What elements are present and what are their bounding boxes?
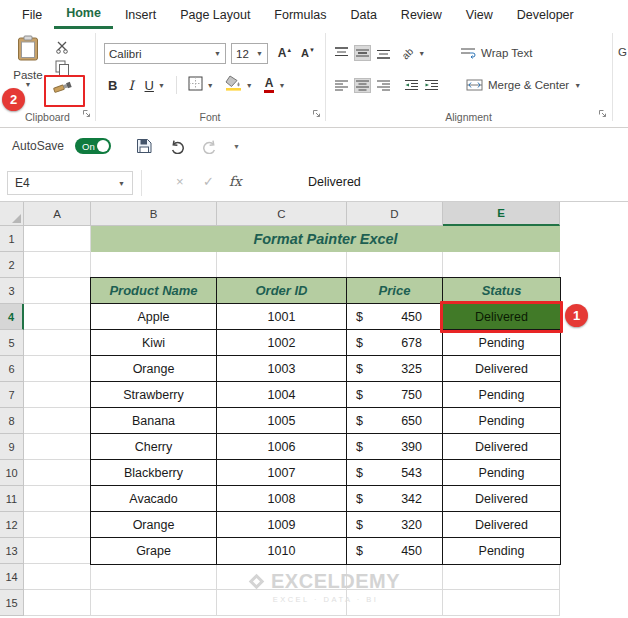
alignment-dialog-launcher-icon[interactable] [598, 104, 607, 122]
number-format-partial[interactable]: G [618, 46, 627, 58]
underline-button[interactable]: U [145, 78, 154, 93]
bold-button[interactable]: B [108, 78, 117, 93]
redo-button[interactable] [201, 139, 218, 154]
paste-button[interactable]: Paste ▼ [8, 35, 48, 88]
cell-order[interactable]: 1010 [217, 538, 347, 564]
cell-product[interactable]: Cherry [91, 434, 217, 460]
row-header[interactable]: 1 [0, 226, 24, 252]
cell-price[interactable]: $750 [347, 382, 443, 408]
font-dialog-launcher-icon[interactable] [312, 104, 321, 122]
tab-home[interactable]: Home [54, 0, 113, 29]
save-button[interactable] [136, 138, 152, 154]
cell-product[interactable]: Strawberry [91, 382, 217, 408]
underline-options-chevron-icon[interactable]: ▼ [158, 82, 165, 89]
orientation-chevron-icon[interactable]: ▼ [418, 50, 425, 57]
align-bottom-button[interactable] [376, 46, 391, 60]
italic-button[interactable]: I [128, 78, 133, 93]
qat-more-chevron-icon[interactable]: ▼ [233, 143, 240, 150]
font-name-combo[interactable]: Calibri ▼ [104, 43, 226, 64]
cell-status[interactable]: Pending [443, 538, 560, 564]
wrap-text-label[interactable]: Wrap Text [481, 47, 532, 59]
fill-color-button[interactable] [225, 75, 242, 95]
fill-color-chevron-icon[interactable]: ▼ [246, 82, 253, 89]
table-header-product-name[interactable]: Product Name [91, 278, 217, 304]
row-header[interactable]: 10 [0, 460, 24, 486]
increase-indent-button[interactable] [424, 79, 439, 91]
merge-center-label[interactable]: Merge & Center [488, 79, 569, 91]
increase-font-size-button[interactable]: A▲ [273, 43, 297, 63]
row-header[interactable]: 13 [0, 538, 24, 564]
align-center-button[interactable] [354, 78, 371, 93]
align-right-button[interactable] [376, 79, 391, 92]
row-header[interactable]: 14 [0, 564, 24, 590]
align-left-button[interactable] [334, 79, 349, 92]
row-header[interactable]: 7 [0, 382, 24, 408]
cell-price[interactable]: $342 [347, 486, 443, 512]
row-header[interactable]: 9 [0, 434, 24, 460]
column-header-b[interactable]: B [91, 202, 217, 226]
cell-order[interactable]: 1005 [217, 408, 347, 434]
cell-status[interactable]: Pending [443, 382, 560, 408]
cell-product[interactable]: Orange [91, 512, 217, 538]
tab-developer[interactable]: Developer [505, 0, 586, 29]
column-header-c[interactable]: C [217, 202, 347, 226]
align-top-button[interactable] [334, 46, 349, 60]
tab-data[interactable]: Data [338, 0, 388, 29]
tab-page-layout[interactable]: Page Layout [168, 0, 262, 29]
table-header-order-id[interactable]: Order ID [217, 278, 347, 304]
cell-price[interactable]: $390 [347, 434, 443, 460]
align-middle-button[interactable] [354, 45, 371, 61]
row-header[interactable]: 6 [0, 356, 24, 382]
column-header-d[interactable]: D [347, 202, 443, 226]
row-header[interactable]: 11 [0, 486, 24, 512]
cell-status[interactable]: Delivered [443, 356, 560, 382]
row-header[interactable]: 3 [0, 278, 24, 304]
cell-order[interactable]: 1007 [217, 460, 347, 486]
cell-status[interactable]: Pending [443, 408, 560, 434]
cancel-button[interactable]: × [176, 174, 184, 189]
tab-formulas[interactable]: Formulas [262, 0, 338, 29]
row-header[interactable]: 5 [0, 330, 24, 356]
font-color-button[interactable]: A [264, 77, 275, 93]
cell-order[interactable]: 1004 [217, 382, 347, 408]
cell-product[interactable]: Blackberry [91, 460, 217, 486]
cell-product[interactable]: Grape [91, 538, 217, 564]
row-header[interactable]: 15 [0, 590, 24, 616]
cell-order[interactable]: 1002 [217, 330, 347, 356]
name-box[interactable]: E4 ▼ [7, 171, 133, 195]
cell-price[interactable]: $650 [347, 408, 443, 434]
tab-review[interactable]: Review [389, 0, 454, 29]
borders-button[interactable] [188, 76, 203, 95]
cell-price[interactable]: $543 [347, 460, 443, 486]
font-color-chevron-icon[interactable]: ▼ [278, 82, 285, 89]
cell-status[interactable]: Pending [443, 330, 560, 356]
cell-order[interactable]: 1009 [217, 512, 347, 538]
formula-bar-value[interactable]: Delivered [308, 175, 361, 189]
table-header-price[interactable]: Price [347, 278, 443, 304]
cell-order[interactable]: 1008 [217, 486, 347, 512]
font-size-combo[interactable]: 12 ▼ [231, 43, 268, 64]
insert-function-button[interactable]: fx [229, 173, 242, 189]
cell-price[interactable]: $320 [347, 512, 443, 538]
tab-insert[interactable]: Insert [113, 0, 168, 29]
tab-file[interactable]: File [10, 0, 54, 29]
autosave-toggle[interactable]: On [75, 138, 111, 154]
cell-status[interactable]: Delivered [443, 434, 560, 460]
cell-product[interactable]: Banana [91, 408, 217, 434]
cell-product[interactable]: Apple [91, 304, 217, 330]
merge-center-chevron-icon[interactable]: ▼ [574, 82, 581, 89]
cell-product[interactable]: Kiwi [91, 330, 217, 356]
cell-price[interactable]: $450 [347, 304, 443, 330]
column-header-a[interactable]: A [24, 202, 91, 226]
decrease-font-size-button[interactable]: A▼ [296, 43, 320, 63]
column-header-e[interactable]: E [443, 202, 560, 226]
orientation-button[interactable]: ab [400, 45, 416, 61]
cell-price[interactable]: $678 [347, 330, 443, 356]
cell-order[interactable]: 1001 [217, 304, 347, 330]
borders-chevron-icon[interactable]: ▼ [207, 82, 214, 89]
decrease-indent-button[interactable] [404, 79, 419, 91]
sheet-title-cell[interactable]: Format Painter Excel [91, 226, 560, 252]
cell-price[interactable]: $450 [347, 538, 443, 564]
cell-status[interactable]: Pending [443, 460, 560, 486]
cell-order[interactable]: 1006 [217, 434, 347, 460]
